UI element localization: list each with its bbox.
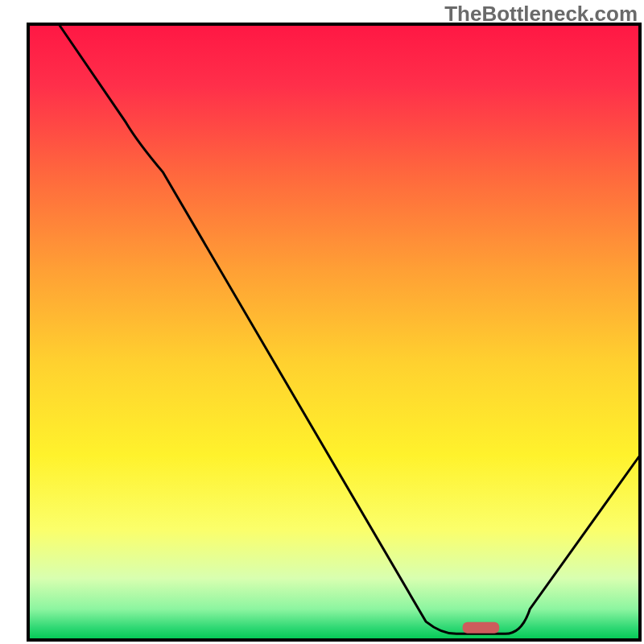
bottleneck-chart	[0, 0, 644, 644]
watermark-text: TheBottleneck.com	[444, 2, 638, 27]
plot-area	[28, 24, 640, 640]
chart-container: TheBottleneck.com	[0, 0, 644, 644]
gradient-background	[28, 24, 640, 640]
optimal-marker	[463, 622, 500, 634]
